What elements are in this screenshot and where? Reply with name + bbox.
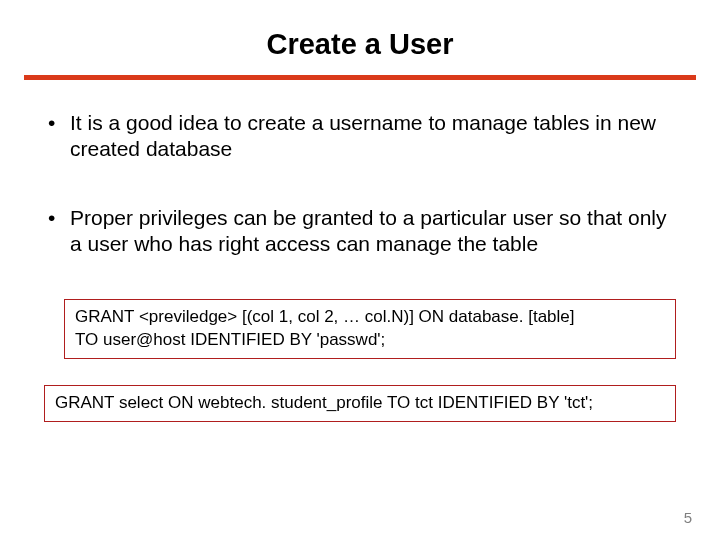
code-box-syntax: GRANT <previledge> [(col 1, col 2, … col… [64, 299, 676, 359]
bullet-list: It is a good idea to create a username t… [40, 110, 680, 257]
page-number: 5 [684, 509, 692, 526]
title-wrap: Create a User [0, 0, 720, 61]
bullet-item: Proper privileges can be granted to a pa… [40, 205, 680, 258]
code-line: TO user@host IDENTIFIED BY 'passwd'; [75, 329, 665, 352]
slide-title: Create a User [267, 28, 454, 61]
slide: Create a User It is a good idea to creat… [0, 0, 720, 540]
code-line: GRANT select ON webtech. student_profile… [55, 392, 665, 415]
content-area: It is a good idea to create a username t… [0, 80, 720, 257]
bullet-item: It is a good idea to create a username t… [40, 110, 680, 163]
code-box-example: GRANT select ON webtech. student_profile… [44, 385, 676, 422]
code-line: GRANT <previledge> [(col 1, col 2, … col… [75, 306, 665, 329]
